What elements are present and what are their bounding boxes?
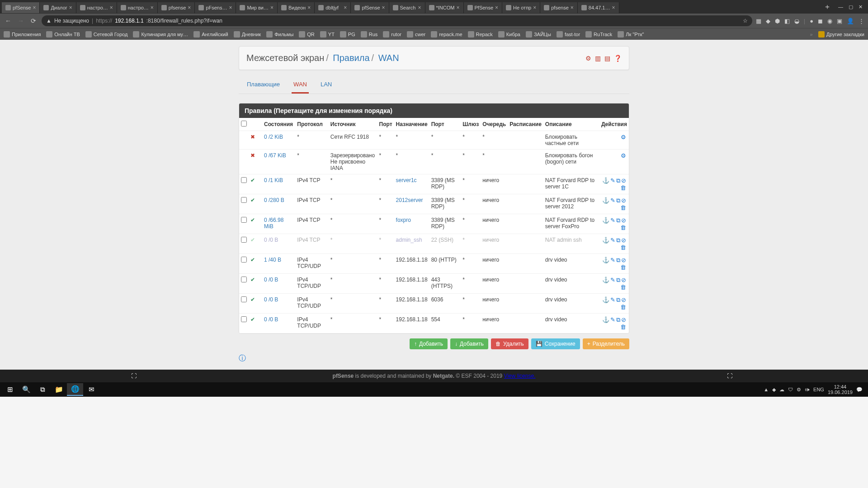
table-row[interactable]: ✔1 /40 BIPv4 TCP/UDP**192.168.1.1880 (HT… (239, 254, 629, 274)
browser-tab[interactable]: pfsense× (540, 2, 578, 13)
states-link[interactable]: 0 /0 B (264, 296, 278, 303)
table-row[interactable]: ✔0 /0 BIPv4 TCP/UDP**192.168.1.186036*ни… (239, 294, 629, 314)
delete-icon[interactable]: 🗑 (620, 224, 627, 231)
anchor-icon[interactable]: ⚓ (602, 257, 610, 263)
bookmark-item[interactable]: PG (340, 31, 355, 38)
bookmark-item[interactable]: Дневник (234, 31, 261, 38)
tab-lan[interactable]: LAN (319, 76, 334, 94)
close-icon[interactable]: ✕ (859, 4, 863, 10)
copy-icon[interactable]: ⧉ (616, 237, 621, 244)
settings-icon[interactable]: ⚙ (621, 152, 627, 159)
delete-icon[interactable]: 🗑 (620, 204, 627, 211)
apps-button[interactable]: Приложения (4, 31, 41, 38)
lang-indicator[interactable]: ENG (813, 387, 824, 392)
table-row[interactable]: ✔0 /0 BIPv4 TCP**admin_ssh22 (SSH)*ничег… (239, 234, 629, 254)
states-link[interactable]: 0 /0 B (264, 277, 278, 283)
explorer-icon[interactable]: 📁 (51, 383, 67, 396)
table-row[interactable]: ✔0 /280 BIPv4 TCP**2012server3389 (MS RD… (239, 194, 629, 214)
ext-icon[interactable]: ● (810, 18, 813, 24)
footer-expand-left-icon[interactable]: ⛶ (131, 373, 137, 379)
browser-tab[interactable]: pFsens…× (195, 2, 236, 13)
toggle-icon[interactable]: ⊘ (621, 237, 627, 244)
bookmark-item[interactable]: rutor (383, 31, 401, 38)
ext-icon[interactable]: ▣ (837, 18, 842, 24)
bookmark-item[interactable]: repack.me (431, 31, 462, 38)
toggle-icon[interactable]: ⊘ (621, 257, 627, 263)
clock[interactable]: 12:44 19.06.2019 (828, 384, 853, 395)
settings-icon[interactable]: ⚙ (585, 55, 591, 62)
close-tab-icon[interactable]: × (495, 5, 498, 11)
browser-tab[interactable]: pfsense× (158, 2, 195, 13)
reload-icon[interactable]: ⟳ (29, 17, 38, 24)
edit-icon[interactable]: ✎ (610, 177, 616, 184)
close-tab-icon[interactable]: × (110, 5, 113, 11)
edit-icon[interactable]: ✎ (610, 277, 616, 283)
bookmark-item[interactable]: Rus (361, 31, 378, 38)
footer-expand-right-icon[interactable]: ⛶ (727, 373, 732, 379)
alias-link[interactable]: foxpro (396, 217, 411, 223)
ext-icon[interactable]: ◧ (784, 18, 790, 24)
copy-icon[interactable]: ⧉ (616, 316, 621, 323)
browser-tab[interactable]: Диалог× (40, 2, 76, 13)
close-tab-icon[interactable]: × (229, 5, 232, 11)
close-tab-icon[interactable]: × (307, 5, 311, 11)
bookmark-item[interactable]: Онлайн ТВ (46, 31, 80, 38)
edit-icon[interactable]: ✎ (610, 197, 616, 204)
browser-tab[interactable]: Не отпр× (502, 2, 540, 13)
help-icon[interactable]: ❓ (614, 55, 622, 62)
bookmark-item[interactable]: cwer (407, 31, 425, 38)
toggle-icon[interactable]: ⊘ (621, 296, 627, 303)
browser-tab[interactable]: настро…× (76, 2, 117, 13)
close-tab-icon[interactable]: × (69, 5, 72, 11)
anchor-icon[interactable]: ⚓ (602, 316, 610, 323)
bookmark-item[interactable]: QR (299, 31, 315, 38)
tab-floating[interactable]: Плавающие (245, 76, 282, 94)
close-tab-icon[interactable]: × (533, 5, 536, 11)
delete-icon[interactable]: 🗑 (620, 284, 627, 291)
row-checkbox[interactable] (241, 177, 247, 183)
row-checkbox[interactable] (241, 316, 247, 322)
breadcrumb-link[interactable]: WAN (378, 53, 399, 63)
bookmark-item[interactable]: Кулинария для му… (133, 31, 188, 38)
tab-wan[interactable]: WAN (292, 76, 309, 94)
tray-icon[interactable]: ⚙ (797, 387, 801, 393)
browser-tab[interactable]: pfSense× (2, 2, 40, 13)
delete-icon[interactable]: 🗑 (620, 244, 627, 251)
states-link[interactable]: 0 /2 KiB (264, 134, 283, 140)
alias-link[interactable]: server1c (396, 177, 417, 183)
browser-tab[interactable]: настро…× (117, 2, 158, 13)
toggle-icon[interactable]: ⊘ (621, 277, 627, 283)
browser-tab[interactable]: *INCOM× (425, 2, 464, 13)
row-checkbox[interactable] (241, 257, 247, 263)
menu-icon[interactable]: ⋮ (859, 18, 864, 24)
close-tab-icon[interactable]: × (270, 5, 274, 11)
table-row[interactable]: ✔0 /0 BIPv4 TCP/UDP**192.168.1.18443 (HT… (239, 274, 629, 294)
new-tab-button[interactable]: ＋ (820, 2, 835, 12)
license-link[interactable]: View license. (504, 373, 536, 379)
row-checkbox[interactable] (241, 217, 247, 223)
add-top-button[interactable]: ↑ Добавить (410, 338, 448, 349)
bookmark-item[interactable]: ЗАЙЦы (526, 31, 551, 38)
back-icon[interactable]: ← (4, 17, 13, 24)
close-tab-icon[interactable]: × (188, 5, 191, 11)
tray-icon[interactable]: ☁ (779, 387, 784, 393)
states-link[interactable]: 0 /280 B (264, 197, 284, 203)
browser-tab[interactable]: dbltjyf× (315, 2, 351, 13)
close-tab-icon[interactable]: × (344, 5, 347, 11)
other-bookmarks[interactable]: Другие закладки (818, 31, 864, 38)
toggle-icon[interactable]: ⊘ (621, 197, 627, 204)
info-icon[interactable]: ⓘ (239, 354, 246, 363)
close-tab-icon[interactable]: × (418, 5, 421, 11)
forward-icon[interactable]: → (16, 17, 25, 24)
close-tab-icon[interactable]: × (571, 5, 574, 11)
close-tab-icon[interactable]: × (612, 5, 615, 11)
alias-link[interactable]: admin_ssh (396, 237, 422, 243)
copy-icon[interactable]: ⧉ (616, 257, 621, 263)
row-checkbox[interactable] (241, 197, 247, 203)
close-tab-icon[interactable]: × (151, 5, 154, 11)
toggle-icon[interactable]: ⊘ (621, 316, 627, 323)
anchor-icon[interactable]: ⚓ (602, 277, 610, 283)
ext-icon[interactable]: ◼ (818, 18, 823, 24)
anchor-icon[interactable]: ⚓ (602, 217, 610, 224)
edit-icon[interactable]: ✎ (610, 217, 616, 224)
